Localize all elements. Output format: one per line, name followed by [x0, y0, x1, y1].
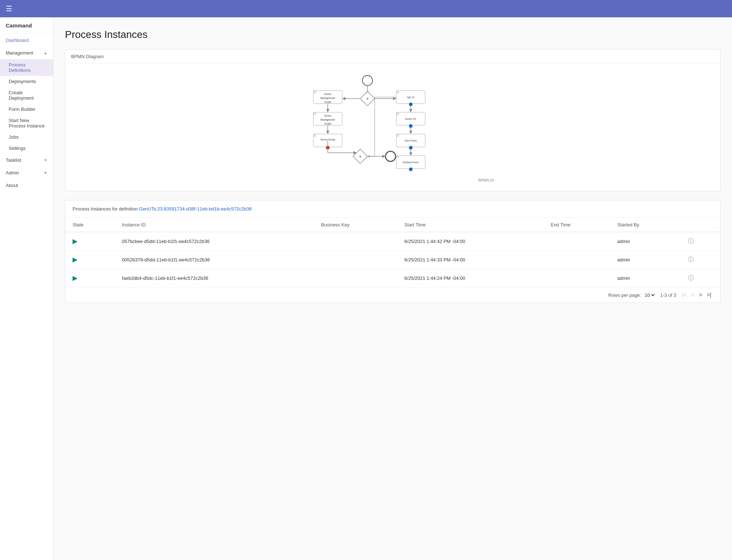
table-row: ▶︎ faeb2db4-d5dc-11eb-b1f1-ee4c572c2b36 … — [65, 269, 720, 287]
col-actions — [681, 218, 720, 232]
col-started-by: Started By — [610, 218, 681, 232]
table-footer: Rows per page: 10 25 50 1-3 of 3 |< < > … — [65, 287, 720, 303]
col-business-key: Business Key — [314, 218, 397, 232]
rows-per-page-label: Rows per page: — [608, 292, 641, 298]
state-active-icon: ▶︎ — [73, 256, 78, 263]
cell-start-time: 6/25/2021 1:44:24 PM -04:00 — [397, 269, 543, 287]
definition-id-link[interactable]: GenUTs:23:83591734-d38f-11eb-bd1b-ee4c57… — [139, 206, 252, 212]
instance-section: Process Instances for definition GenUTs:… — [65, 200, 720, 303]
svg-text:+: + — [359, 153, 362, 159]
cell-info: ⓘ — [681, 269, 720, 287]
management-label: Management — [6, 50, 33, 56]
cell-started-by: admin — [610, 232, 681, 251]
col-start-time: Start Time — [397, 218, 543, 232]
col-state: State — [65, 218, 115, 232]
tasklist-label: Tasklist — [6, 157, 21, 163]
svg-text:Script: Script — [324, 100, 331, 104]
sidebar-item-tasklist[interactable]: Tasklist ▼ — [0, 154, 53, 166]
sidebar-item-start-new-process[interactable]: Start New Process Instance — [0, 115, 53, 131]
sidebar-item-settings[interactable]: Settings — [0, 143, 53, 154]
svg-text:My UI: My UI — [407, 96, 414, 99]
svg-text:Some: Some — [324, 114, 331, 117]
cell-state: ▶︎ — [65, 251, 115, 269]
table-row: ▶︎ 00526379-d5dd-11eb-b1f1-ee4c572c2b36 … — [65, 251, 720, 269]
bpmn-card: BPMN Diagram + Som — [65, 49, 720, 191]
pagination-last[interactable]: >| — [705, 291, 713, 299]
svg-text:+: + — [366, 96, 369, 101]
cell-instance-id: 057bcbee-d5dd-11eb-b1f1-ee4c572c2b36 — [115, 232, 314, 251]
col-end-time: End Time — [544, 218, 610, 232]
layout: Cammand Dashboard Management ▲ Process D… — [0, 17, 732, 560]
cell-info: ⓘ — [681, 251, 720, 269]
sidebar-spacer — [0, 192, 53, 560]
cell-started-by: admin — [610, 251, 681, 269]
instances-tbody: ▶︎ 057bcbee-d5dd-11eb-b1f1-ee4c572c2b36 … — [65, 232, 720, 287]
sidebar-item-dashboard[interactable]: Dashboard — [0, 34, 53, 47]
cell-state: ▶︎ — [65, 269, 115, 287]
svg-text:Some: Some — [324, 92, 331, 96]
pagination-prev[interactable]: < — [690, 291, 696, 299]
pagination-next[interactable]: > — [697, 291, 703, 299]
pagination-first[interactable]: |< — [680, 291, 688, 299]
state-active-icon: ▶︎ — [73, 274, 78, 282]
svg-text:Gen Form: Gen Form — [405, 139, 417, 142]
svg-text:Embed Form: Embed Form — [403, 161, 418, 164]
sidebar-item-management[interactable]: Management ▲ — [0, 47, 53, 59]
cell-start-time: 6/25/2021 1:44:42 PM -04:00 — [397, 232, 543, 251]
menu-icon[interactable]: ☰ — [6, 4, 12, 13]
bpmn-card-label: BPMN Diagram — [65, 49, 720, 64]
chevron-down-icon: ▼ — [44, 158, 47, 162]
info-icon[interactable]: ⓘ — [688, 256, 694, 262]
svg-point-40 — [409, 168, 413, 171]
sidebar-item-admin[interactable]: Admin ▼ — [0, 166, 53, 179]
sidebar-item-about[interactable]: About — [0, 179, 53, 192]
col-instance-id: Instance ID — [115, 218, 314, 232]
sidebar-item-process-definitions[interactable]: Process Definitions — [0, 59, 53, 76]
sidebar-item-jobs[interactable]: Jobs — [0, 131, 53, 143]
svg-point-35 — [409, 146, 413, 149]
table-wrap: State Instance ID Business Key Start Tim… — [65, 218, 720, 287]
page-info: 1-3 of 3 — [660, 292, 676, 298]
svg-point-49 — [385, 151, 396, 161]
cell-business-key — [314, 232, 397, 251]
cell-end-time — [544, 232, 610, 251]
page-title: Process Instances — [65, 29, 720, 40]
svg-text:Background: Background — [321, 96, 335, 100]
instances-table: State Instance ID Business Key Start Tim… — [65, 218, 720, 287]
cell-instance-id: faeb2db4-d5dc-11eb-b1f1-ee4c572c2b36 — [115, 269, 314, 287]
instance-header-text: Process Instances for definition — [73, 206, 138, 212]
instance-header: Process Instances for definition GenUTs:… — [65, 200, 720, 218]
cell-start-time: 6/25/2021 1:44:33 PM -04:00 — [397, 251, 543, 269]
svg-text:Some ST: Some ST — [405, 117, 417, 121]
cell-info: ⓘ — [681, 232, 720, 251]
svg-point-0 — [362, 75, 372, 86]
chevron-down-icon-admin: ▼ — [44, 171, 47, 175]
rows-per-page: Rows per page: 10 25 50 — [608, 292, 656, 298]
cell-end-time — [544, 251, 610, 269]
svg-point-30 — [409, 124, 413, 128]
bpmn-area: + Some Background Script — [65, 64, 720, 191]
sidebar-item-deployments[interactable]: Deployments — [0, 76, 53, 87]
svg-point-25 — [409, 103, 413, 106]
cell-instance-id: 00526379-d5dd-11eb-b1f1-ee4c572c2b36 — [115, 251, 314, 269]
sidebar: Cammand Dashboard Management ▲ Process D… — [0, 17, 53, 560]
sidebar-item-form-builder[interactable]: Form Builder — [0, 104, 53, 115]
state-active-icon: ▶︎ — [73, 238, 78, 245]
svg-text:BPMN.iO: BPMN.iO — [478, 178, 494, 182]
table-row: ▶︎ 057bcbee-d5dd-11eb-b1f1-ee4c572c2b36 … — [65, 232, 720, 251]
brand: Cammand — [0, 17, 53, 34]
table-header: State Instance ID Business Key Start Tim… — [65, 218, 720, 232]
info-icon[interactable]: ⓘ — [688, 275, 694, 281]
info-icon[interactable]: ⓘ — [688, 238, 694, 244]
pagination-nav: |< < > >| — [680, 291, 713, 299]
chevron-up-icon: ▲ — [44, 51, 47, 55]
sidebar-item-create-deployment[interactable]: Create Deployment — [0, 87, 53, 104]
svg-text:Background: Background — [321, 118, 335, 121]
cell-business-key — [314, 269, 397, 287]
cell-end-time — [544, 269, 610, 287]
cell-started-by: admin — [610, 269, 681, 287]
main-content: Process Instances BPMN Diagram + — [53, 17, 732, 560]
svg-text:Script: Script — [324, 122, 331, 125]
rows-per-page-select[interactable]: 10 25 50 — [643, 292, 656, 298]
cell-state: ▶︎ — [65, 232, 115, 251]
